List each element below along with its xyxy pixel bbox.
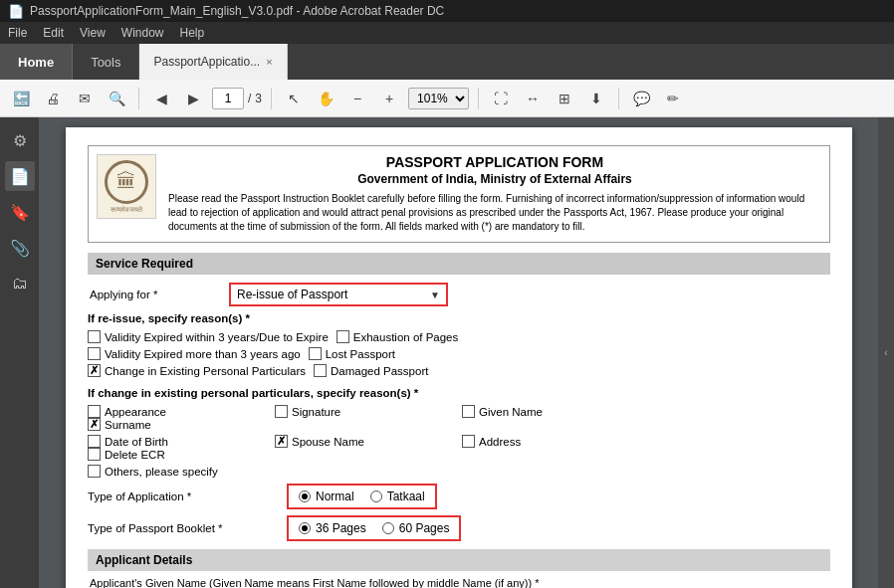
cb-validity3-box[interactable]: [88, 330, 101, 343]
cb-validity3: Validity Expired within 3 years/Due to E…: [88, 330, 329, 343]
radio-normal[interactable]: Normal: [299, 490, 354, 503]
window-title: PassportApplicationForm_Main_English_V3.…: [30, 4, 444, 18]
cb-damaged-label: Damaged Passport: [331, 365, 428, 377]
cb-surname: Surname: [88, 418, 267, 431]
tab-home[interactable]: Home: [0, 44, 73, 80]
cb-exhaustion-label: Exhaustion of Pages: [353, 331, 459, 343]
cb-givenname-box[interactable]: [462, 405, 475, 418]
type-booklet-row: Type of Passport Booklet * 36 Pages 60 P…: [88, 515, 830, 541]
radio-normal-btn[interactable]: [299, 490, 311, 502]
toolbar: 🔙 🖨 ✉ 🔍 ◀ ▶ / 3 ↖ ✋ − + 101% 75% 100% 12…: [0, 80, 894, 117]
reissue-row-2: Validity Expired more than 3 years ago L…: [88, 347, 830, 360]
cb-others: Others, please specify: [88, 465, 218, 478]
cb-spousename-box[interactable]: [275, 435, 288, 448]
hand-btn[interactable]: ✋: [313, 86, 338, 111]
separator-2: [271, 88, 272, 109]
page-nav: / 3: [212, 88, 262, 109]
tab-document[interactable]: PassportAppicatio... ×: [139, 44, 287, 80]
radio-tatkaal-label: Tatkaal: [387, 490, 425, 503]
email-btn[interactable]: ✉: [72, 86, 98, 111]
cb-dob: Date of Birth: [88, 435, 267, 448]
zoom-out-btn[interactable]: −: [344, 86, 370, 111]
type-app-radio-group[interactable]: Normal Tatkaal: [287, 484, 437, 509]
cursor-btn[interactable]: ↖: [281, 86, 307, 111]
menu-window[interactable]: Window: [121, 26, 164, 40]
cb-exhaustion-box[interactable]: [336, 330, 349, 343]
form-subtitle: Government of India, Ministry of Externa…: [168, 172, 821, 186]
download-btn[interactable]: ⬇: [583, 86, 609, 111]
print-btn[interactable]: 🖨: [40, 86, 66, 111]
next-page-btn[interactable]: ▶: [180, 86, 206, 111]
cb-change: Change in Existing Personal Particulars: [88, 364, 306, 377]
emblem-circle: 🏛: [105, 160, 148, 204]
cb-change-box[interactable]: [88, 364, 101, 377]
right-collapse-tab[interactable]: ‹: [878, 117, 894, 588]
radio-tatkaal[interactable]: Tatkaal: [370, 490, 425, 503]
cb-appearance: Appearance: [88, 405, 267, 418]
zoom-in-btn[interactable]: +: [376, 86, 402, 111]
cb-validity3plus-label: Validity Expired more than 3 years ago: [105, 348, 301, 360]
cb-surname-box[interactable]: [88, 418, 101, 431]
full-screen-btn[interactable]: ⊞: [552, 86, 577, 111]
radio-tatkaal-btn[interactable]: [370, 490, 382, 502]
section-service-label: Service Required: [88, 253, 830, 275]
comment-btn[interactable]: 💬: [628, 86, 654, 111]
change-row-1: Appearance Signature Given Name Surname: [88, 405, 830, 431]
change-checkboxes: Appearance Signature Given Name Surname: [88, 403, 830, 484]
cb-damaged-box[interactable]: [314, 364, 327, 377]
cb-validity3plus: Validity Expired more than 3 years ago: [88, 347, 301, 360]
cb-dob-label: Date of Birth: [105, 436, 168, 448]
sidebar-icon-layers[interactable]: 🗂: [5, 269, 35, 298]
cb-deleteecr-box[interactable]: [88, 448, 101, 461]
menu-view[interactable]: View: [80, 26, 106, 40]
menu-edit[interactable]: Edit: [43, 26, 64, 40]
sidebar-icon-pages[interactable]: 📄: [5, 161, 35, 191]
radio-normal-label: Normal: [316, 490, 354, 503]
reissue-row-3: Change in Existing Personal Particulars …: [88, 364, 830, 377]
applying-for-label: Applying for *: [90, 289, 229, 300]
page-input[interactable]: [212, 88, 244, 109]
type-app-row: Type of Application * Normal Tatkaal: [88, 484, 830, 509]
radio-60pages[interactable]: 60 Pages: [382, 521, 450, 535]
fit-width-btn[interactable]: ↔: [520, 86, 546, 111]
cb-dob-box[interactable]: [88, 435, 101, 448]
cb-damaged: Damaged Passport: [314, 364, 493, 377]
cb-address: Address: [462, 435, 641, 448]
cb-validity3plus-box[interactable]: [88, 347, 101, 360]
menu-file[interactable]: File: [8, 26, 27, 40]
cb-appearance-box[interactable]: [88, 405, 101, 418]
cb-address-box[interactable]: [462, 435, 475, 448]
radio-60-btn[interactable]: [382, 522, 394, 534]
emblem-text: सत्यमेव जयते: [111, 206, 143, 214]
scroll-area[interactable]: 🏛 सत्यमेव जयते PASSPORT APPLICATION FORM…: [40, 117, 878, 588]
form-header: 🏛 सत्यमेव जयते PASSPORT APPLICATION FORM…: [88, 145, 830, 243]
sidebar-icon-tools[interactable]: ⚙: [5, 125, 35, 155]
sign-btn[interactable]: ✏: [660, 86, 686, 111]
tab-tools[interactable]: Tools: [73, 44, 139, 80]
zoom-select[interactable]: 101% 75% 100% 125%: [408, 88, 469, 109]
cb-deleteecr: Delete ECR: [88, 448, 267, 461]
search-btn[interactable]: 🔍: [104, 86, 129, 111]
radio-36-btn[interactable]: [299, 522, 311, 534]
menu-help[interactable]: Help: [180, 26, 205, 40]
fit-page-btn[interactable]: ⛶: [488, 86, 514, 111]
form-warning: Please read the Passport Instruction Boo…: [168, 192, 821, 234]
title-bar: 📄 PassportApplicationForm_Main_English_V…: [0, 0, 894, 22]
applying-for-dropdown[interactable]: Re-issue of Passport ▼: [229, 283, 448, 306]
cb-signature-box[interactable]: [275, 405, 288, 418]
close-tab-icon[interactable]: ×: [266, 56, 272, 68]
back-btn[interactable]: 🔙: [8, 86, 34, 111]
change-row-3: Others, please specify: [88, 465, 830, 478]
type-booklet-radio-group[interactable]: 36 Pages 60 Pages: [287, 515, 461, 541]
radio-36pages[interactable]: 36 Pages: [299, 521, 366, 535]
prev-page-btn[interactable]: ◀: [148, 86, 174, 111]
sidebar-icon-attachments[interactable]: 📎: [5, 233, 35, 263]
applicant-note: Applicant's Given Name (Given Name means…: [88, 575, 830, 588]
cb-lost-box[interactable]: [309, 347, 322, 360]
emblem: 🏛 सत्यमेव जयते: [97, 154, 156, 219]
reissue-row-1: Validity Expired within 3 years/Due to E…: [88, 330, 830, 343]
sidebar-icon-bookmarks[interactable]: 🔖: [5, 197, 35, 227]
header-text: PASSPORT APPLICATION FORM Government of …: [168, 154, 821, 234]
cb-others-box[interactable]: [88, 465, 101, 478]
type-booklet-label: Type of Passport Booklet *: [88, 522, 287, 534]
